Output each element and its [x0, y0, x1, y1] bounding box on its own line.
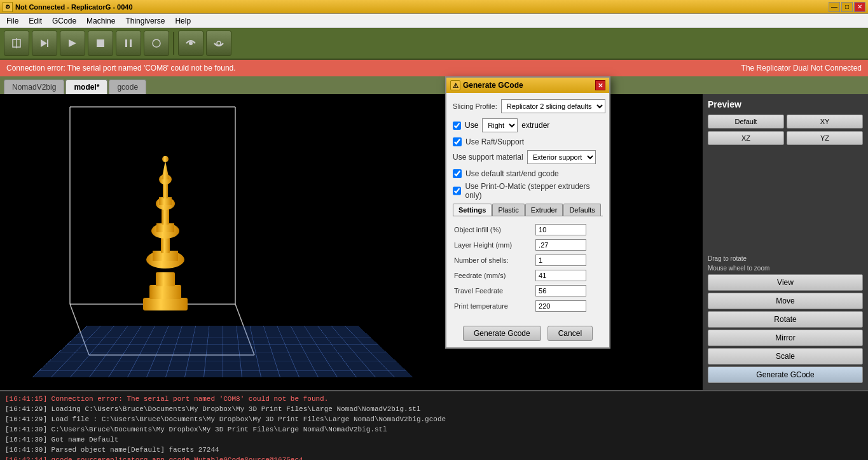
preview-default-btn[interactable]: Default — [708, 115, 784, 129]
view-btn[interactable]: View — [708, 274, 863, 291]
tab-plastic[interactable]: Plastic — [492, 204, 524, 216]
log-line-6: [16:41:30] Parsed object name[Default] f… — [5, 445, 863, 455]
menu-machine[interactable]: Machine — [81, 15, 120, 27]
svg-point-10 — [217, 41, 221, 45]
svg-point-9 — [189, 41, 193, 45]
svg-rect-29 — [163, 183, 168, 199]
print-o-matic-checkbox[interactable] — [453, 186, 461, 195]
setting-input-layer-height[interactable] — [535, 239, 586, 251]
setting-label-shells: Number of shells: — [454, 253, 534, 267]
extruder-suffix: extruder — [521, 121, 549, 130]
move-btn[interactable]: Move — [708, 293, 863, 309]
svg-rect-26 — [162, 209, 169, 225]
dialog-buttons: Generate Gcode Cancel — [446, 321, 609, 347]
generate-gcode-btn[interactable]: Generate GCode — [708, 366, 863, 383]
setting-label-infill: Object infill (%) — [454, 223, 534, 237]
default-gcode-checkbox[interactable] — [453, 169, 462, 178]
svg-rect-18 — [143, 298, 188, 310]
model-3d — [134, 126, 197, 317]
cancel-dialog-btn[interactable]: Cancel — [548, 326, 593, 341]
preview-buttons: Default XY XZ YZ — [708, 115, 863, 145]
dialog-warn-icon: ⚠ — [450, 80, 460, 90]
toolbar — [0, 28, 868, 60]
support-material-select[interactable]: Exterior support Full support None — [527, 150, 596, 164]
print-o-matic-row: Use Print-O-Matic (stepper extruders onl… — [453, 182, 603, 200]
svg-rect-19 — [149, 285, 181, 299]
default-gcode-row: Use default start/end gcode — [453, 169, 603, 178]
right-panel: Preview Default XY XZ YZ Drag to rotate … — [703, 94, 868, 390]
use-checkbox[interactable] — [453, 122, 461, 130]
menu-edit[interactable]: Edit — [24, 15, 47, 27]
setting-feedrate: Feedrate (mm/s) — [454, 268, 602, 282]
toolbar-btn-reset[interactable] — [144, 31, 169, 56]
dialog-titlebar: ⚠ Generate GCode ✕ — [446, 78, 609, 93]
support-material-label: Use support material — [453, 153, 523, 162]
dialog-title: Generate GCode — [463, 81, 523, 90]
setting-label-layer-height: Layer Height (mm) — [454, 238, 534, 252]
setting-print-temp: Print temperature — [454, 299, 602, 313]
raft-support-row: Use Raft/Support — [453, 137, 603, 146]
setting-input-print-temp[interactable] — [535, 300, 586, 312]
title-bar: ⚙ Not Connected - ReplicatorG - 0040 — □… — [0, 0, 868, 14]
settings-table: Object infill (%) Layer Height (mm) Numb… — [453, 221, 603, 314]
rotate-btn[interactable]: Rotate — [708, 311, 863, 328]
print-o-matic-label: Use Print-O-Matic (stepper extruders onl… — [465, 182, 603, 200]
connection-status-right: The Replicator Dual Not Connected — [741, 64, 862, 73]
toolbar-btn-stop[interactable] — [88, 31, 113, 56]
svg-rect-20 — [156, 272, 175, 286]
mirror-btn[interactable]: Mirror — [708, 330, 863, 346]
window-title: Not Connected - ReplicatorG - 0040 — [15, 3, 133, 11]
window-close-button[interactable]: ✕ — [854, 2, 865, 12]
preview-yz-btn[interactable]: YZ — [787, 131, 863, 145]
slicing-profile-label: Slicing Profile: — [453, 102, 497, 110]
toolbar-btn-disconnect[interactable] — [206, 31, 231, 56]
slicing-profile-select[interactable]: Replicator 2 slicing defaults Custom — [501, 99, 605, 113]
toolbar-btn-build[interactable] — [60, 31, 85, 56]
preview-header: Preview — [708, 99, 863, 109]
preview-xz-btn[interactable]: XZ — [708, 131, 784, 145]
minimize-button[interactable]: — — [829, 2, 840, 12]
svg-rect-6 — [125, 39, 127, 47]
console[interactable]: [16:41:15] Connection error: The serial … — [0, 390, 868, 460]
svg-marker-4 — [69, 39, 76, 47]
setting-label-feedrate: Feedrate (mm/s) — [454, 268, 534, 282]
preview-xy-btn[interactable]: XY — [787, 115, 863, 129]
maximize-button[interactable]: □ — [841, 2, 853, 12]
svg-marker-31 — [162, 161, 169, 179]
setting-input-shells[interactable] — [535, 254, 586, 266]
toolbar-btn-end[interactable] — [32, 31, 57, 56]
extruder-select[interactable]: Right Left — [482, 118, 518, 132]
setting-input-feedrate[interactable] — [535, 270, 586, 281]
menu-thingiverse[interactable]: Thingiverse — [120, 15, 170, 27]
tab-extruder[interactable]: Extruder — [525, 204, 563, 216]
toolbar-btn-connect[interactable] — [178, 31, 203, 56]
tab-settings[interactable]: Settings — [453, 204, 492, 216]
log-line-2: [16:41:29] Loading C:\Users\Bruce\Docume… — [5, 404, 863, 414]
generate-gcode-dialog-btn[interactable]: Generate Gcode — [463, 326, 541, 341]
tab-model[interactable]: model* — [65, 80, 107, 94]
scale-btn[interactable]: Scale — [708, 348, 863, 365]
toolbar-btn-pause[interactable] — [116, 31, 141, 56]
use-label: Use — [465, 121, 478, 130]
menu-help[interactable]: Help — [170, 15, 196, 27]
tab-nomad[interactable]: NomadV2big — [4, 80, 64, 94]
setting-label-print-temp: Print temperature — [454, 299, 534, 313]
svg-marker-2 — [41, 39, 47, 47]
setting-shells: Number of shells: — [454, 253, 602, 267]
dialog-close-button[interactable]: ✕ — [595, 80, 605, 90]
tab-defaults[interactable]: Defaults — [563, 204, 600, 216]
svg-rect-5 — [97, 39, 104, 47]
setting-input-infill[interactable] — [535, 224, 586, 235]
app-icon: ⚙ — [3, 2, 13, 12]
dialog-body: Slicing Profile: Replicator 2 slicing de… — [446, 93, 609, 321]
tab-bar: NomadV2big model* gcode — [0, 76, 868, 94]
setting-input-travel-feedrate[interactable] — [535, 285, 586, 296]
menu-gcode[interactable]: GCode — [47, 15, 81, 27]
toolbar-btn-start[interactable] — [4, 31, 29, 56]
settings-tabs: Settings Plastic Extruder Defaults — [453, 204, 603, 216]
menu-file[interactable]: File — [1, 15, 24, 27]
raft-checkbox[interactable] — [453, 137, 462, 146]
tab-gcode[interactable]: gcode — [109, 80, 146, 94]
setting-travel-feedrate: Travel Feedrate — [454, 284, 602, 298]
drag-hint: Drag to rotate — [708, 255, 863, 262]
